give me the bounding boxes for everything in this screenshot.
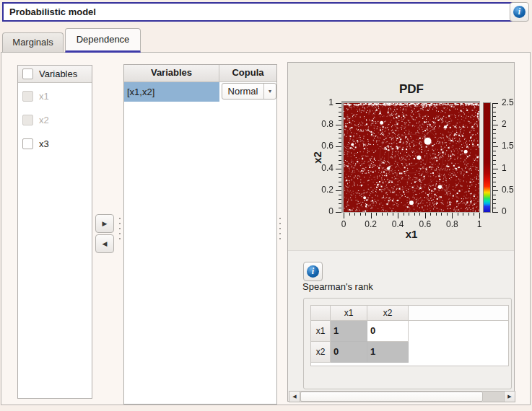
- colorbar-minor-tick: [493, 164, 496, 165]
- y-axis-minor-tick: [339, 177, 341, 178]
- colorbar-tick: [493, 190, 498, 191]
- copula-table: Variables Copula [x1,x2] Normal ▾: [123, 64, 277, 405]
- x-axis-tick-label: 0.4: [386, 219, 409, 230]
- x-axis-minor-tick: [404, 213, 404, 216]
- x-axis-tick-label: 0.6: [414, 219, 437, 230]
- row-header-x1: x1: [311, 321, 331, 342]
- right-arrow-icon: ▶: [103, 220, 108, 227]
- y-axis-minor-tick: [339, 107, 341, 108]
- colorbar-minor-tick: [493, 138, 496, 138]
- y-axis-minor-tick: [339, 120, 341, 121]
- row-filler: [409, 342, 508, 363]
- x-axis-tick-label: 1: [468, 219, 491, 230]
- x-axis-minor-tick: [458, 213, 458, 216]
- x-axis-tick: [371, 213, 372, 218]
- model-name-field[interactable]: Probabilistic model: [2, 2, 513, 22]
- dependence-detail-panel: PDF x1 x2 10.80.60.40.2000.20.40.60.812.…: [287, 62, 515, 402]
- scrollbar-trough[interactable]: [483, 392, 504, 402]
- tab-marginals[interactable]: Marginals: [2, 32, 64, 52]
- x-axis-minor-tick: [376, 213, 377, 216]
- corner-header-cell: [311, 306, 331, 321]
- add-group-button[interactable]: ▶: [95, 214, 114, 233]
- colorbar-minor-tick: [493, 177, 496, 178]
- scroll-left-button[interactable]: ◀: [289, 392, 300, 402]
- y-axis-tick: [336, 125, 341, 125]
- colorbar-tick: [493, 146, 498, 147]
- y-axis-minor-tick: [339, 116, 341, 117]
- cell-x2-x2: 1: [367, 342, 409, 363]
- variable-group-cell[interactable]: [x1,x2]: [124, 82, 219, 102]
- x-axis-tick-label: 0.2: [359, 219, 383, 230]
- select-all-checkbox[interactable]: [22, 68, 33, 79]
- splitter-handle-right[interactable]: [279, 218, 281, 242]
- spearman-row-x2: x2 0 1: [311, 342, 508, 363]
- y-axis-minor-tick: [339, 195, 341, 195]
- x-axis-minor-tick: [360, 213, 361, 216]
- dependence-tab-pane: Variables x1 x2 x3 ▶ ◀ Variables Copula …: [1, 52, 531, 405]
- list-item-x2: x2: [18, 110, 92, 130]
- splitter-handle-left[interactable]: [119, 218, 121, 242]
- x-axis-minor-tick: [349, 213, 350, 216]
- row-header-x2: x2: [311, 342, 331, 363]
- colorbar-minor-tick: [493, 120, 496, 121]
- scrollbar-thumb[interactable]: [300, 392, 483, 402]
- scroll-right-button[interactable]: ▶: [504, 392, 515, 402]
- x-axis-minor-tick: [419, 213, 420, 216]
- x-axis-minor-tick: [393, 213, 393, 216]
- y-axis-tick-label: 0.4: [310, 163, 333, 174]
- spearman-header-row: x1 x2: [311, 306, 508, 321]
- colorbar: [483, 102, 491, 213]
- model-name-text: Probabilistic model: [9, 6, 96, 17]
- cell-x1-x2[interactable]: 0: [367, 321, 409, 342]
- column-header-copula: Copula: [219, 65, 276, 81]
- cell-x1-x1: 1: [331, 321, 367, 342]
- info-button[interactable]: i: [510, 2, 529, 22]
- y-axis-tick-label: 0.2: [310, 185, 333, 195]
- y-axis-minor-tick: [339, 133, 341, 134]
- x-axis-minor-tick: [382, 213, 383, 216]
- tab-dependence[interactable]: Dependence: [65, 28, 141, 53]
- spearman-info-button[interactable]: i: [303, 262, 323, 281]
- x-axis-tick-label: 0: [332, 219, 355, 230]
- colorbar-tick: [493, 103, 498, 104]
- y-axis-tick-label: 0.8: [310, 119, 333, 130]
- colorbar-minor-tick: [493, 195, 496, 195]
- y-axis-minor-tick: [339, 203, 341, 204]
- y-axis-minor-tick: [339, 129, 341, 130]
- x-axis-tick-label: 0.8: [440, 219, 463, 230]
- colorbar-minor-tick: [493, 133, 496, 134]
- plot-title: PDF: [344, 82, 479, 97]
- horizontal-scrollbar: ◀ ▶: [289, 391, 515, 402]
- x-axis-tick: [452, 213, 453, 218]
- y-axis-tick: [336, 103, 341, 104]
- y-axis-tick: [336, 146, 341, 147]
- colorbar-minor-tick: [493, 107, 496, 108]
- colorbar-minor-tick: [493, 208, 496, 208]
- column-header-variables: Variables: [124, 65, 219, 81]
- copula-select[interactable]: Normal ▾: [222, 83, 276, 100]
- cell-x2-x1: 0: [331, 342, 367, 363]
- spearman-row-x1: x1 1 0: [311, 321, 508, 342]
- chevron-down-icon: ▾: [263, 84, 276, 99]
- x-axis-minor-tick: [474, 213, 474, 216]
- copula-table-header: Variables Copula: [124, 65, 276, 82]
- x-axis-minor-tick: [430, 213, 431, 216]
- y-axis-minor-tick: [339, 186, 341, 187]
- y-axis-tick-label: 0.6: [310, 141, 333, 151]
- checkbox-x3[interactable]: [22, 138, 33, 149]
- colorbar-minor-tick: [493, 173, 496, 174]
- y-axis-minor-tick: [339, 112, 341, 112]
- remove-group-button[interactable]: ◀: [95, 234, 114, 253]
- list-item-x3[interactable]: x3: [18, 133, 92, 154]
- x-axis-tick: [425, 213, 426, 218]
- colorbar-tick-label: 2.5: [502, 97, 522, 108]
- colorbar-tick: [493, 169, 498, 169]
- pdf-heatmap: [344, 103, 479, 212]
- colorbar-axis-spine: [492, 103, 493, 213]
- y-axis-minor-tick: [339, 151, 341, 151]
- x-axis-minor-tick: [354, 213, 355, 216]
- list-item-x1-label: x1: [39, 91, 49, 102]
- y-axis-minor-tick: [339, 173, 341, 174]
- x-axis-minor-tick: [365, 213, 366, 216]
- colorbar-minor-tick: [493, 160, 496, 161]
